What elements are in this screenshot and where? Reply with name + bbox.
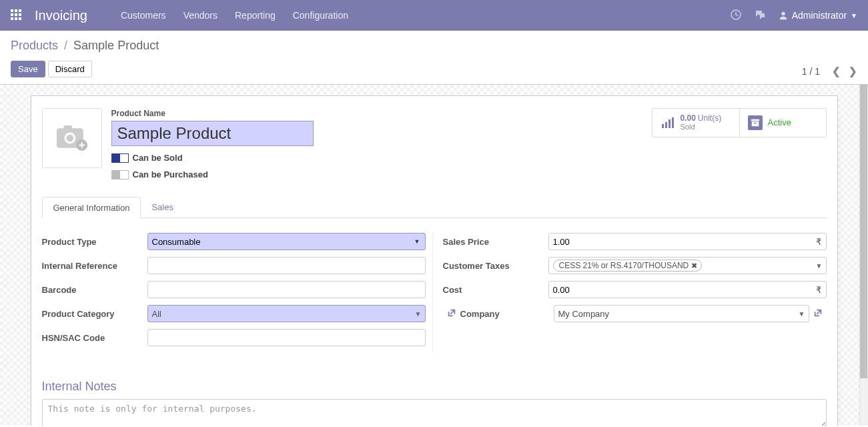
tab-sales[interactable]: Sales: [141, 197, 184, 218]
company-select[interactable]: My Company: [554, 305, 809, 322]
stat-sold-value: 0.00: [681, 113, 696, 123]
app-brand[interactable]: Invoicing: [35, 8, 87, 23]
svg-rect-16: [751, 121, 759, 126]
can-be-purchased-label: Can be Purchased: [133, 169, 208, 179]
svg-rect-3: [11, 13, 13, 16]
breadcrumb-sep: /: [64, 39, 67, 52]
top-navbar: Invoicing Customers Vendors Reporting Co…: [0, 0, 868, 31]
pager-text[interactable]: 1 / 1: [802, 66, 820, 77]
bar-chart-icon: [661, 115, 675, 130]
product-name-input[interactable]: [111, 121, 314, 146]
product-type-select[interactable]: Consumable: [147, 233, 426, 250]
archive-icon: [748, 115, 763, 130]
breadcrumb-current: Sample Product: [73, 39, 159, 52]
svg-rect-19: [63, 125, 72, 129]
svg-rect-5: [19, 13, 21, 16]
svg-rect-17: [754, 123, 757, 123]
svg-rect-12: [665, 122, 667, 128]
svg-point-10: [781, 12, 785, 15]
nav-reporting[interactable]: Reporting: [235, 10, 276, 21]
tax-tag[interactable]: CESS 21% or RS.4170/THOUSAND ✖: [553, 260, 703, 272]
stat-sold-unit: Unit(s): [698, 113, 721, 123]
product-name-label: Product Name: [111, 109, 165, 118]
activities-icon[interactable]: [731, 9, 741, 22]
product-type-label: Product Type: [42, 237, 147, 247]
currency-symbol: ₹: [816, 285, 821, 295]
user-name: Administrator: [792, 10, 847, 21]
discard-button[interactable]: Discard: [48, 61, 92, 77]
internal-ref-label: Internal Reference: [42, 261, 147, 271]
external-link-icon[interactable]: [447, 308, 456, 320]
category-label: Product Category: [42, 309, 147, 319]
hsn-input[interactable]: [147, 329, 426, 346]
svg-rect-6: [11, 17, 13, 20]
internal-notes-textarea[interactable]: [42, 399, 827, 426]
barcode-label: Barcode: [42, 285, 147, 295]
caret-down-icon: ▼: [851, 12, 857, 19]
svg-rect-4: [15, 13, 17, 16]
svg-point-21: [66, 135, 73, 142]
currency-symbol: ₹: [816, 237, 821, 247]
barcode-input[interactable]: [147, 281, 426, 298]
control-panel: Products / Sample Product Save Discard 1…: [0, 31, 868, 85]
internal-notes-title: Internal Notes: [42, 380, 827, 394]
scrollbar[interactable]: [859, 85, 868, 426]
user-menu[interactable]: Administrator ▼: [779, 10, 857, 21]
breadcrumb: Products / Sample Product: [11, 39, 159, 53]
external-link-icon[interactable]: [813, 308, 823, 320]
form-background: 0.00Unit(s) Sold Active Product Name: [0, 85, 868, 426]
product-image-box[interactable]: [42, 108, 102, 168]
pager-next-icon[interactable]: ❯: [849, 65, 857, 77]
svg-rect-15: [751, 119, 759, 121]
svg-rect-0: [11, 9, 13, 12]
internal-ref-input[interactable]: [147, 257, 426, 274]
stat-active-button[interactable]: Active: [739, 109, 826, 137]
breadcrumb-root[interactable]: Products: [11, 39, 58, 52]
customer-taxes-label: Customer Taxes: [443, 261, 548, 271]
svg-rect-13: [669, 119, 671, 128]
pager-prev-icon[interactable]: ❮: [832, 65, 841, 77]
stat-active-label: Active: [768, 117, 791, 127]
stat-button-box: 0.00Unit(s) Sold Active: [652, 108, 827, 137]
hsn-label: HSN/SAC Code: [42, 333, 147, 343]
can-be-purchased-toggle[interactable]: [111, 170, 129, 179]
category-select[interactable]: All: [147, 305, 426, 322]
tabs: General Information Sales: [42, 197, 827, 218]
cost-input[interactable]: [548, 281, 827, 298]
svg-rect-24: [79, 144, 84, 145]
company-label: Company: [460, 309, 554, 319]
svg-rect-8: [19, 17, 21, 20]
svg-rect-7: [15, 17, 17, 20]
tab-general[interactable]: General Information: [42, 197, 141, 218]
can-be-sold-label: Can be Sold: [133, 153, 183, 163]
form-sheet: 0.00Unit(s) Sold Active Product Name: [31, 95, 838, 426]
svg-rect-14: [672, 117, 674, 128]
stat-sold-label: Sold: [681, 123, 722, 131]
nav-vendors[interactable]: Vendors: [183, 10, 218, 21]
svg-rect-1: [15, 9, 17, 12]
discuss-icon[interactable]: [755, 9, 765, 22]
tag-remove-icon[interactable]: ✖: [691, 262, 697, 270]
nav-configuration[interactable]: Configuration: [293, 10, 348, 21]
cost-label: Cost: [443, 285, 548, 295]
svg-rect-2: [19, 9, 21, 12]
customer-taxes-field[interactable]: CESS 21% or RS.4170/THOUSAND ✖: [548, 257, 827, 274]
save-button[interactable]: Save: [11, 61, 45, 77]
can-be-sold-toggle[interactable]: [111, 153, 129, 163]
sales-price-input[interactable]: [548, 233, 827, 250]
nav-customers[interactable]: Customers: [121, 10, 166, 21]
svg-rect-11: [662, 124, 664, 128]
apps-icon[interactable]: [11, 9, 21, 22]
stat-sold-button[interactable]: 0.00Unit(s) Sold: [653, 109, 739, 137]
sales-price-label: Sales Price: [443, 237, 548, 247]
